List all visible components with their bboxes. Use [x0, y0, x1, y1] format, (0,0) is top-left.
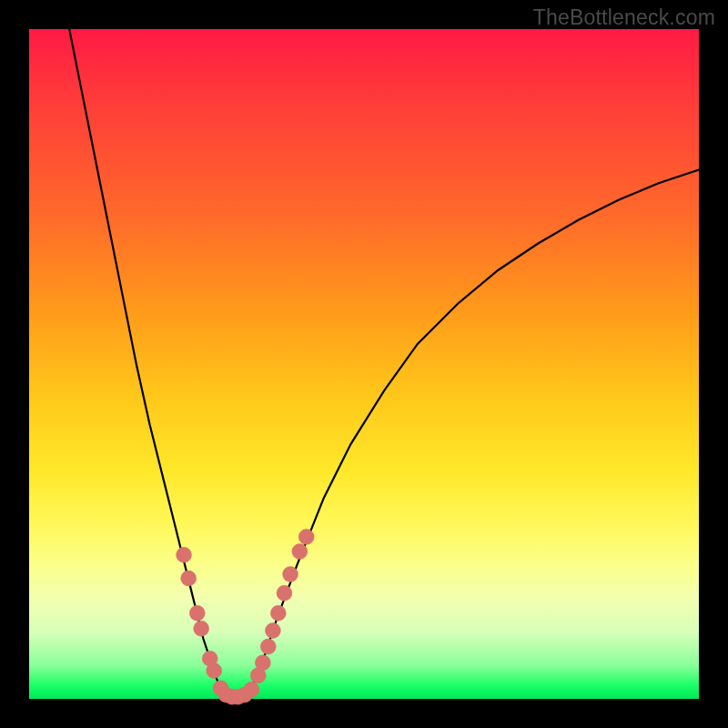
bead-marker: [270, 605, 286, 621]
bead-marker: [255, 655, 270, 671]
bead-marker: [283, 567, 298, 582]
watermark-text: TheBottleneck.com: [533, 5, 715, 30]
bead-marker: [277, 585, 292, 601]
bead-marker: [244, 682, 259, 697]
bead-marker: [207, 663, 222, 679]
bead-marker: [298, 529, 314, 544]
curve-layer: [29, 29, 699, 699]
bead-markers: [177, 529, 315, 704]
bead-marker: [260, 639, 276, 654]
bead-marker: [177, 547, 192, 562]
v-curve: [69, 29, 699, 698]
bead-marker: [189, 605, 205, 621]
outer-frame: TheBottleneck.com: [0, 0, 728, 728]
bead-marker: [181, 571, 197, 586]
bead-marker: [265, 622, 280, 638]
bead-marker: [194, 621, 209, 636]
bead-marker: [292, 544, 308, 560]
